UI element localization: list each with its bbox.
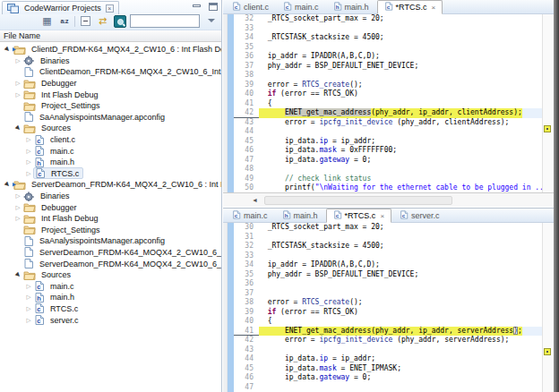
minimize-button[interactable] [192, 4, 202, 11]
tree-item[interactable]: ▷cRTCS.c [0, 168, 221, 180]
tree-item[interactable]: ▶Sources [0, 123, 221, 134]
code-line[interactable]: 35 phy_addr = BSP_DEFAULT_ENET_DEVICE; [234, 270, 542, 280]
code-line[interactable]: 42 ENET_get_mac_address(phy_addr, ip_add… [234, 108, 542, 118]
editor-tab-RTCS.c[interactable]: c*RTCS.c× [326, 209, 392, 223]
tree-item[interactable]: ▷cmain.c [0, 145, 221, 157]
expand-arrow-icon[interactable]: ▷ [13, 90, 22, 99]
tree-item[interactable]: Project_Settings [0, 100, 221, 112]
tree-item[interactable]: ▶ServerDeamon_FRDM-K64_MQX4_2_CW10_6 : I… [0, 179, 221, 191]
code-line[interactable]: 35 [234, 43, 542, 53]
maximize-button[interactable] [209, 3, 218, 11]
tree-item[interactable]: ▷Int Flash Debug [0, 89, 221, 100]
overview-ruler[interactable] [542, 14, 554, 192]
tree-item[interactable]: ▷Debugger [0, 201, 221, 213]
code-line[interactable]: 41 ENET_get_mac_address(phy_addr, ip_add… [234, 327, 542, 337]
code-line[interactable]: 34 _RTCSTASK_stacksize = 4500; [234, 33, 542, 43]
collapse-all-button[interactable] [79, 14, 92, 28]
expand-arrow-icon[interactable]: ▷ [13, 214, 22, 223]
horizontal-scrollbar[interactable]: ◄ [223, 192, 554, 207]
code-line[interactable]: 43 error = ipcfg_init_device (phy_addr, … [234, 118, 542, 128]
tree-item[interactable]: ▷Binaries [0, 55, 221, 67]
code-line[interactable]: 37 [234, 289, 542, 299]
expand-arrow-icon[interactable]: ▷ [13, 203, 22, 212]
editor-bottom-code[interactable]: 30 _RTCS_socket_part_max = 20;3132 _RTCS… [234, 223, 542, 392]
editor-tab-main.h[interactable]: hmain.h [327, 1, 375, 13]
code-line[interactable]: 48 [234, 165, 542, 175]
tree-item[interactable]: ▷hmain.h [0, 292, 221, 303]
search-input[interactable] [130, 14, 200, 28]
collapse-arrow-icon[interactable]: ▶ [3, 45, 12, 54]
code-line[interactable]: 47 [234, 383, 542, 392]
link-with-editor-button[interactable]: ⇄ [96, 14, 109, 28]
tree-item[interactable]: ServerDeamon_FRDM-K64_MOQX4_2_CW10_6_Int… [0, 258, 221, 269]
expand-arrow-icon[interactable]: ▷ [13, 56, 22, 65]
code-line[interactable]: 33 [234, 251, 542, 261]
code-line[interactable]: 30 _RTCS_socket_part_max = 20; [234, 223, 542, 233]
tree-item[interactable]: ▶Sources [0, 269, 221, 281]
code-line[interactable]: 50 printf("\nWaiting for the ethernet ca… [234, 183, 542, 192]
editor-tab-RTCS.c[interactable]: c*RTCS.c× [377, 0, 443, 14]
code-line[interactable]: 49 // check link status [234, 175, 542, 184]
scrollbar-thumb[interactable] [264, 196, 452, 205]
collapse-arrow-icon[interactable]: ▶ [3, 180, 12, 189]
code-line[interactable]: 46 ip_data.gateway = 0; [234, 373, 542, 383]
sort-button[interactable]: a↓z [57, 14, 71, 28]
editor-tab-main.c[interactable]: cmain.c [226, 209, 274, 222]
overview-ruler[interactable] [542, 223, 554, 392]
occurrence-marker[interactable] [544, 348, 551, 355]
code-line[interactable]: 38 error = RTCS_create(); [234, 298, 542, 308]
code-line[interactable]: 36 [234, 279, 542, 289]
code-line[interactable]: 44 [234, 127, 542, 137]
tree-item[interactable]: ▷cmain.c [0, 280, 221, 292]
code-line[interactable]: 47 ip_data.gateway = 0; [234, 156, 542, 166]
tree-item[interactable]: ServerDeamon_FRDM-K64_MOQX4_2_CW10_6_Int… [0, 247, 221, 259]
close-icon[interactable]: × [380, 212, 384, 220]
tree-item[interactable]: ClientDeamon_FRDM-K64_MQX4_2_CW10_6_Int … [0, 66, 221, 78]
tree-item[interactable]: SaAnalysispointsManager.apconfig [0, 235, 221, 247]
editor-tab-main.h[interactable]: hmain.h [276, 209, 324, 222]
code-line[interactable]: 34 ip_addr = IPADDR(A,B,C,D); [234, 260, 542, 270]
code-line[interactable]: 38 [234, 71, 542, 81]
tree-item[interactable]: Project_Settings [0, 225, 221, 236]
code-line[interactable]: 33 [234, 24, 542, 34]
tree-item[interactable]: ▷cRTCS.c [0, 303, 221, 315]
editor-tab-server.c[interactable]: cserver.c [393, 209, 446, 222]
expand-arrow-icon[interactable]: ▷ [24, 135, 33, 144]
tree-item[interactable]: SaAnalysispointsManager.apconfig [0, 112, 221, 124]
code-line[interactable]: 41 { [234, 99, 542, 109]
code-line[interactable]: 37 phy_addr = BSP_DEFAULT_ENET_DEVICE; [234, 62, 542, 72]
view-menu-icon[interactable] [208, 19, 215, 22]
expand-arrow-icon[interactable]: ▷ [24, 169, 33, 178]
code-line[interactable]: 43 [234, 345, 542, 355]
collapse-arrow-icon[interactable]: ▶ [13, 270, 22, 279]
tree-item[interactable]: ▷Int Flash Debug [0, 213, 221, 225]
code-line[interactable]: 44 ip_data.ip = ip_addr; [234, 354, 542, 364]
code-line[interactable]: 45 ip_data.mask = ENET_IPMASK; [234, 364, 542, 374]
expand-arrow-icon[interactable]: ▷ [24, 282, 33, 291]
close-icon[interactable]: × [431, 4, 435, 12]
code-line[interactable]: 46 ip_data.mask = 0xFFFFFF00; [234, 146, 542, 156]
code-line[interactable]: 32 _RTCS_socket_part_max = 20; [234, 14, 542, 24]
close-icon[interactable]: × [106, 4, 114, 13]
editor-tab-client.c[interactable]: cclient.c [226, 1, 275, 13]
expand-arrow-icon[interactable]: ▷ [13, 192, 22, 200]
collapse-arrow-icon[interactable]: ▶ [13, 124, 22, 132]
tree-item[interactable]: ▷Debugger [0, 78, 221, 89]
code-line[interactable]: 42 error = ipcfg_init_device (phy_addr, … [234, 336, 542, 345]
code-line[interactable]: 39 error = RTCS_create(); [234, 81, 542, 90]
expand-arrow-icon[interactable]: ▷ [24, 316, 33, 325]
expand-arrow-icon[interactable]: ▷ [24, 304, 33, 313]
tree-item[interactable]: ▷hmain.h [0, 157, 221, 168]
tree-item[interactable]: ▶ClientD_FRDM-K64_MQX4_2_CW10_6 : Int Fl… [0, 44, 221, 55]
code-line[interactable]: 40 { [234, 317, 542, 327]
tree-item[interactable]: ▷Binaries [0, 191, 221, 202]
editor-top-code[interactable]: 32 _RTCS_socket_part_max = 20;3334 _RTCS… [234, 14, 542, 192]
search-button[interactable] [113, 14, 126, 28]
expand-arrow-icon[interactable]: ▷ [13, 79, 22, 88]
tab-codewarrior-projects[interactable]: CodeWarrior Projects × [2, 1, 119, 14]
tree-item[interactable]: ▷cclient.c [0, 134, 221, 146]
code-line[interactable]: 36 ip_addr = IPADDR(A,B,C,D); [234, 52, 542, 62]
editor-tab-main.c[interactable]: cmain.c [277, 1, 325, 13]
code-line[interactable]: 45 ip_data.ip = ip_addr; [234, 137, 542, 147]
occurrence-marker[interactable] [544, 125, 551, 132]
